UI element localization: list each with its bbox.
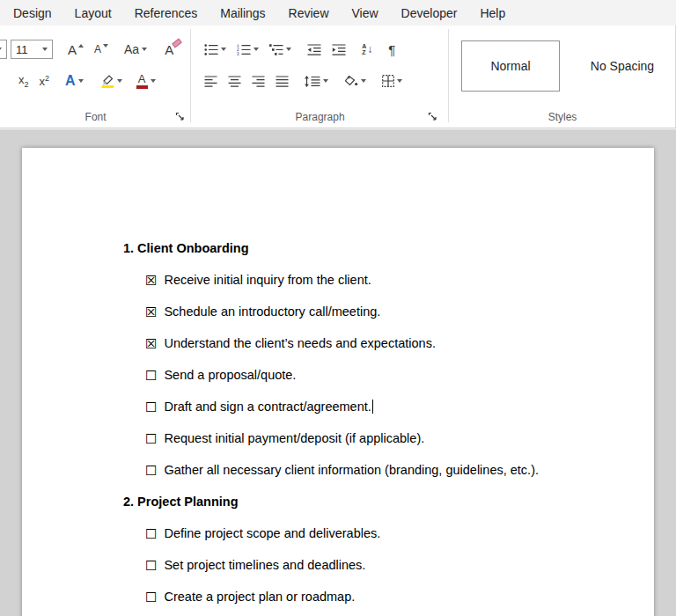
checkbox-unchecked-icon[interactable]: ☐	[145, 590, 157, 605]
line-spacing-button[interactable]	[302, 70, 331, 92]
bullets-button[interactable]	[202, 38, 229, 61]
borders-grid-icon	[382, 75, 394, 87]
change-case-button[interactable]: Aa	[121, 38, 150, 61]
checkbox-checked-icon[interactable]: ☒	[145, 336, 157, 351]
checklist-text: Create a project plan or roadmap.	[164, 590, 355, 604]
decrease-indent-button[interactable]	[305, 38, 324, 61]
ribbon: 11 A A Aa A	[0, 26, 676, 128]
ribbon-tab-view[interactable]: View	[341, 1, 390, 26]
shading-button[interactable]	[342, 70, 369, 92]
chevron-down-icon	[151, 79, 156, 83]
ribbon-tab-help[interactable]: Help	[468, 1, 517, 26]
font-color-icon: A	[136, 73, 148, 89]
style-normal[interactable]: Normal	[461, 40, 560, 92]
checklist-text: Gather all necessary client information …	[164, 463, 539, 477]
increase-indent-icon	[332, 44, 346, 55]
checklist-item[interactable]: ☐Request initial payment/deposit (if app…	[123, 422, 619, 454]
section-heading: 1. Client Onboarding	[123, 232, 619, 264]
section-heading: 2. Project Planning	[123, 486, 619, 517]
paragraph-group-label: Paragraph	[191, 111, 449, 123]
checklist-text: Request initial payment/deposit (if appl…	[164, 431, 424, 445]
increase-indent-button[interactable]	[329, 38, 349, 61]
document-content: 1. Client Onboarding☒Receive initial inq…	[22, 148, 654, 612]
numbering-button[interactable]: 123	[234, 38, 261, 61]
styles-gallery: NormalNo Spacing	[449, 26, 676, 92]
font-group: 11 A A Aa A	[0, 26, 191, 128]
shrink-font-icon: A	[94, 44, 101, 55]
align-left-icon	[204, 76, 217, 87]
multilevel-list-icon	[269, 44, 283, 55]
grow-font-icon: A	[68, 43, 77, 56]
ribbon-tab-developer[interactable]: Developer	[390, 1, 469, 26]
ribbon-tab-design[interactable]: Design	[2, 1, 63, 26]
checklist-text: Draft and sign a contract/agreement.	[164, 400, 371, 414]
checklist-item[interactable]: ☐Send a proposal/quote.	[123, 359, 619, 391]
checkbox-unchecked-icon[interactable]: ☐	[145, 431, 157, 446]
align-left-button[interactable]	[202, 70, 220, 92]
checklist-item[interactable]: ☒Receive initial inquiry from the client…	[123, 264, 619, 296]
font-name-combo[interactable]	[0, 40, 7, 59]
font-group-label: Font	[0, 111, 191, 123]
font-color-button[interactable]: A	[134, 70, 158, 92]
pilcrow-icon: ¶	[388, 42, 395, 57]
checkbox-checked-icon[interactable]: ☒	[145, 273, 157, 288]
text-cursor	[372, 400, 373, 414]
grow-font-button[interactable]: A	[65, 38, 86, 61]
checkbox-unchecked-icon[interactable]: ☐	[145, 463, 157, 478]
checklist-item[interactable]: ☐Gather all necessary client information…	[123, 454, 619, 486]
shrink-font-button[interactable]: A	[92, 38, 111, 61]
checklist-item[interactable]: ☒Understand the client’s needs and expec…	[123, 327, 619, 359]
word-window: DesignLayoutReferencesMailingsReviewView…	[0, 0, 676, 616]
checklist-item[interactable]: ☐Draft and sign a contract/agreement.	[123, 391, 619, 422]
ribbon-tab-layout[interactable]: Layout	[63, 1, 123, 26]
ribbon-tab-review[interactable]: Review	[277, 1, 341, 26]
eraser-icon	[172, 39, 182, 48]
text-effects-button[interactable]: A	[62, 70, 86, 92]
checkbox-unchecked-icon[interactable]: ☐	[145, 526, 157, 541]
chevron-down-icon	[78, 79, 84, 83]
chevron-down-icon	[286, 48, 291, 51]
font-size-value: 11	[16, 43, 28, 56]
ribbon-tab-bar: DesignLayoutReferencesMailingsReviewView…	[0, 0, 676, 26]
sort-button[interactable]: A Z ↓	[359, 38, 375, 61]
checkbox-checked-icon[interactable]: ☒	[145, 304, 157, 319]
checklist-item[interactable]: ☒Schedule an introductory call/meeting.	[123, 296, 619, 327]
superscript-icon: x2	[40, 75, 50, 87]
align-center-button[interactable]	[225, 70, 244, 92]
decrease-indent-icon	[307, 44, 321, 55]
checkbox-unchecked-icon[interactable]: ☐	[145, 400, 157, 414]
chevron-down-icon	[0, 48, 2, 51]
paint-bucket-icon	[344, 75, 358, 87]
style-no-spacing[interactable]: No Spacing	[569, 40, 676, 92]
ribbon-tab-mailings[interactable]: Mailings	[209, 1, 276, 26]
subscript-icon: x2	[18, 74, 29, 89]
ribbon-tab-references[interactable]: References	[123, 1, 209, 26]
checkbox-unchecked-icon[interactable]: ☐	[145, 368, 157, 383]
document-canvas: 1. Client Onboarding☒Receive initial inq…	[0, 129, 676, 616]
borders-button[interactable]	[379, 70, 405, 92]
numbering-icon: 123	[237, 44, 251, 55]
checkbox-unchecked-icon[interactable]: ☐	[145, 558, 157, 573]
document-page[interactable]: 1. Client Onboarding☒Receive initial inq…	[22, 148, 654, 616]
checklist-text: Set project timelines and deadlines.	[164, 558, 365, 572]
justify-button[interactable]	[273, 70, 291, 92]
chevron-down-icon	[42, 48, 48, 51]
text-highlight-button[interactable]	[99, 70, 125, 92]
align-center-icon	[228, 76, 241, 87]
multilevel-list-button[interactable]	[267, 38, 294, 61]
checklist-item[interactable]: ☐Define project scope and deliverables.	[123, 517, 619, 549]
font-size-combo[interactable]: 11	[11, 40, 53, 59]
chevron-down-icon	[254, 48, 259, 51]
chevron-down-icon	[361, 79, 366, 83]
show-hide-marks-button[interactable]: ¶	[386, 38, 398, 61]
checklist-item[interactable]: ☐Set project timelines and deadlines.	[123, 549, 619, 581]
align-right-button[interactable]	[249, 70, 268, 92]
subscript-button[interactable]: x2	[16, 70, 32, 92]
menu-tabs: DesignLayoutReferencesMailingsReviewView…	[2, 1, 517, 26]
chevron-down-icon	[221, 48, 226, 51]
checklist-text: Schedule an introductory call/meeting.	[164, 304, 380, 319]
superscript-button[interactable]: x2	[37, 70, 53, 92]
checklist-item[interactable]: ☐Create a project plan or roadmap.	[123, 581, 619, 612]
text-effects-icon: A	[65, 74, 76, 88]
clear-formatting-button[interactable]: A	[162, 38, 176, 61]
